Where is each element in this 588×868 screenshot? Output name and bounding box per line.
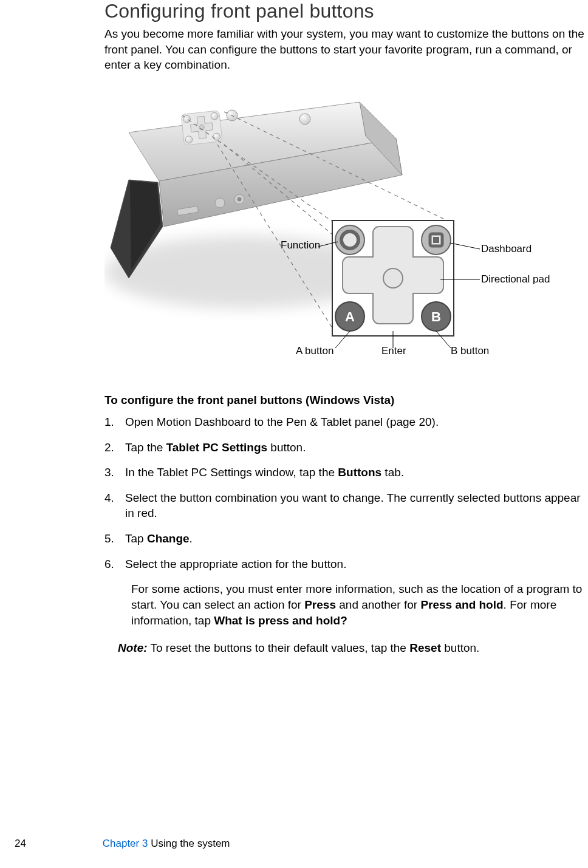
svg-point-17 [238,197,242,201]
page-number: 24 [15,838,100,850]
callout-function: Function [281,239,320,251]
svg-point-13 [299,114,310,125]
b-button-letter: B [431,309,441,324]
step-2: Tap the Tablet PC Settings button. [104,440,588,456]
page-footer: 24 Chapter 3 Using the system [0,838,588,850]
svg-point-25 [341,231,358,248]
instructions-heading: To configure the front panel buttons (Wi… [104,394,588,407]
step-5: Tap Change. [104,531,588,547]
steps-list: Open Motion Dashboard to the Pen & Table… [104,414,588,572]
step-3: In the Tablet PC Settings window, tap th… [104,465,588,480]
svg-line-32 [450,243,480,249]
svg-rect-28 [433,237,439,243]
chapter-title: Using the system [148,838,230,849]
svg-point-23 [383,268,403,288]
note-label: Note: [118,641,148,654]
chapter-reference: Chapter 3 [103,838,148,849]
callout-enter: Enter [381,345,406,357]
a-button-letter: A [345,309,355,324]
callout-directional-pad: Directional pad [481,273,550,285]
diagram-svg: A B [104,90,542,363]
page-title: Configuring front panel buttons [104,0,588,22]
callout-b-button: B button [451,345,489,357]
device-diagram: A B Function Dashboard Directional pad A… [104,90,542,363]
step-4: Select the button combination you want t… [104,490,588,521]
callout-dashboard: Dashboard [481,243,532,255]
svg-point-15 [215,198,225,208]
step-6: Select the appropriate action for the bu… [104,556,588,572]
callout-a-button: A button [296,345,333,357]
step-1: Open Motion Dashboard to the Pen & Table… [104,414,588,430]
note-paragraph: Note: To reset the buttons to their defa… [118,640,588,656]
intro-paragraph: As you become more familiar with your sy… [104,26,588,73]
sub-paragraph: For some actions, you must enter more in… [131,581,588,628]
